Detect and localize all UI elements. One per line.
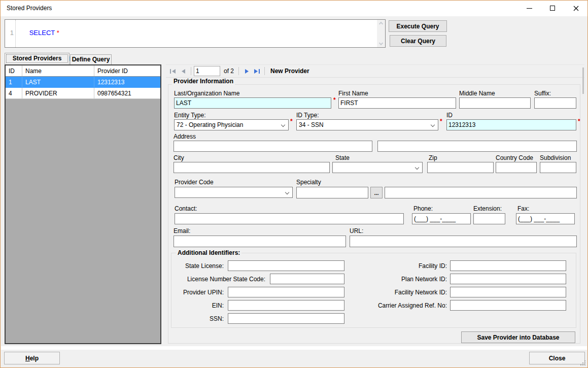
provider-upin-input[interactable] <box>228 287 344 297</box>
clear-query-button[interactable]: Clear Query <box>390 35 446 47</box>
specialty-input[interactable] <box>296 187 368 198</box>
country-code-input[interactable] <box>496 162 537 173</box>
last-record-icon <box>254 69 260 74</box>
editor-scrollbar[interactable] <box>377 20 385 47</box>
resize-grip-icon[interactable] <box>580 360 586 366</box>
id-label: ID <box>446 112 576 119</box>
extension-input[interactable] <box>473 213 505 224</box>
id-type-label: ID Type: <box>296 112 438 119</box>
grid-header-provider-id[interactable]: Provider ID <box>94 65 160 76</box>
carrier-assigned-ref-no-input[interactable] <box>450 300 566 311</box>
providers-grid: ID Name Provider ID 1 LAST 12312313 4 PR… <box>5 64 161 344</box>
window-title: Stored Providers <box>7 5 52 12</box>
table-row[interactable]: 4 PROVIDER 0987654321 <box>6 88 160 99</box>
specialty-browse-button[interactable]: ... <box>370 187 383 198</box>
footer-divider <box>1 346 587 350</box>
sql-star: * <box>55 29 59 37</box>
close-dialog-button[interactable]: Close <box>529 352 585 364</box>
help-button[interactable]: Help <box>4 352 60 364</box>
entity-type-field: Entity Type: 72 - Operating Physician * <box>174 112 289 130</box>
address-line1-field: Address <box>174 133 372 152</box>
email-field: Email: <box>174 227 346 247</box>
record-position-input[interactable] <box>194 66 220 76</box>
fax-input[interactable] <box>516 213 575 224</box>
grid-header-name[interactable]: Name <box>22 65 94 76</box>
window-controls <box>517 1 587 16</box>
email-label: Email: <box>174 227 346 235</box>
facility-network-id-label: Facility Network ID: <box>356 289 447 296</box>
middle-name-field: Middle Name <box>459 90 531 109</box>
id-type-dropdown[interactable]: 34 - SSN <box>296 119 438 130</box>
maximize-button[interactable] <box>541 1 564 16</box>
close-button[interactable] <box>564 1 587 16</box>
last-organization-name-input[interactable] <box>174 97 331 109</box>
facility-network-id-input[interactable] <box>450 287 566 297</box>
email-input[interactable] <box>174 236 346 247</box>
first-name-field: First Name <box>338 90 456 109</box>
specialty-field: Specialty <box>296 179 368 198</box>
last-record-button[interactable] <box>252 66 262 76</box>
middle-name-input[interactable] <box>459 97 531 109</box>
address-line1-input[interactable] <box>174 141 372 152</box>
grid-header-id[interactable]: ID <box>6 65 22 76</box>
grid-header-row: ID Name Provider ID <box>6 65 160 77</box>
address-line2-input[interactable] <box>377 141 577 152</box>
provider-code-dropdown[interactable] <box>175 187 293 198</box>
url-label: URL: <box>350 227 577 235</box>
address-label: Address <box>174 133 372 141</box>
address-line2-field <box>377 141 577 152</box>
last-organization-name-label: Last/Organization Name <box>174 90 331 97</box>
title-bar: Stored Providers <box>1 1 587 16</box>
plan-network-id-input[interactable] <box>450 274 566 284</box>
provider-code-field: Provider Code <box>175 179 293 198</box>
chevron-down-icon <box>281 123 285 127</box>
new-provider-button[interactable]: New Provider <box>270 68 309 75</box>
url-field: URL: <box>350 227 577 247</box>
contact-input[interactable] <box>175 213 404 224</box>
license-number-state-code-input[interactable] <box>270 274 344 284</box>
panel-scrollbar[interactable] <box>582 68 584 94</box>
state-license-input[interactable] <box>228 260 344 271</box>
save-provider-button[interactable]: Save Provider into Database <box>461 331 575 343</box>
zip-input[interactable] <box>427 162 494 173</box>
footer-bar <box>1 350 587 367</box>
execute-query-button[interactable]: Execute Query <box>389 20 447 32</box>
subdivision-label: Subdivision <box>540 154 576 162</box>
phone-input[interactable] <box>412 213 471 224</box>
state-dropdown[interactable] <box>332 162 423 173</box>
ein-input[interactable] <box>228 300 344 311</box>
url-input[interactable] <box>350 236 577 247</box>
next-record-button[interactable] <box>241 66 252 76</box>
maximize-icon <box>550 6 555 11</box>
sql-query-editor[interactable]: 1SELECT * 2FROM StoredProvider <box>5 19 386 48</box>
provider-upin-label: Provider UPIN: <box>173 289 224 296</box>
specialty-description-input[interactable] <box>385 187 577 198</box>
grid-empty-area <box>6 99 160 343</box>
previous-record-button[interactable] <box>178 66 188 76</box>
record-count-label: of 2 <box>224 68 234 75</box>
table-row[interactable]: 1 LAST 12312313 <box>6 77 160 88</box>
tab-define-query[interactable]: Define Query <box>70 54 112 64</box>
sql-line: 1SELECT * <box>5 20 385 46</box>
city-input[interactable] <box>174 162 330 173</box>
scroll-down-icon <box>379 41 383 45</box>
contact-label: Contact: <box>175 205 404 213</box>
help-label: elp <box>30 355 39 362</box>
minimize-button[interactable] <box>517 1 541 16</box>
entity-type-label: Entity Type: <box>174 112 289 119</box>
entity-type-dropdown[interactable]: 72 - Operating Physician <box>174 119 289 130</box>
id-input[interactable] <box>446 119 576 130</box>
required-marker: * <box>290 118 293 125</box>
zip-field: Zip <box>427 154 494 173</box>
ssn-input[interactable] <box>228 313 344 324</box>
facility-id-input[interactable] <box>450 260 566 271</box>
subdivision-input[interactable] <box>540 162 576 173</box>
first-name-input[interactable] <box>338 97 456 109</box>
tab-stored-providers[interactable]: Stored Providers <box>5 53 70 64</box>
chevron-down-icon <box>285 190 289 194</box>
extension-field: Extension: <box>473 205 505 224</box>
cell-provider-id: 0987654321 <box>94 88 160 98</box>
suffix-input[interactable] <box>534 97 576 109</box>
first-record-button[interactable] <box>168 66 178 76</box>
state-license-label: State License: <box>173 262 224 270</box>
